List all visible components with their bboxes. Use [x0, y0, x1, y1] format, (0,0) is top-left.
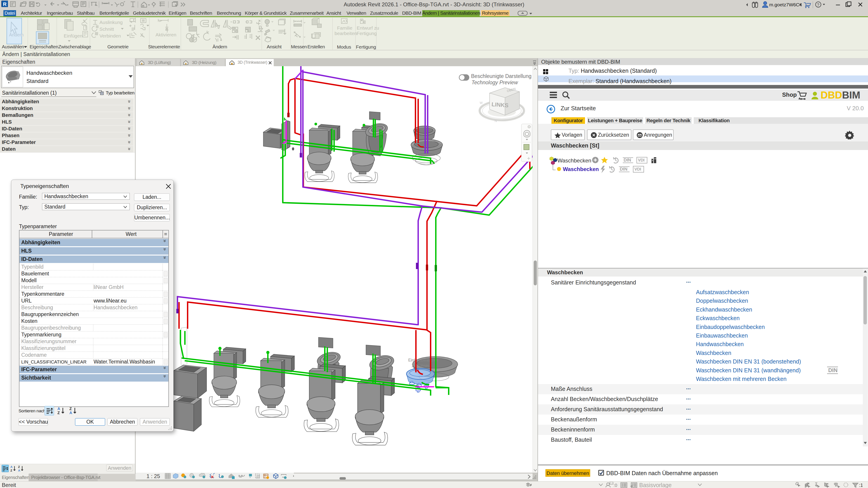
svg-text:Schnitt: Schnitt [99, 26, 114, 32]
svg-text:Geometrie: Geometrie [107, 44, 129, 49]
svg-text:m.goetz7W6C4: m.goetz7W6C4 [769, 2, 802, 7]
svg-text:Eigenschaften: Eigenschaften [30, 44, 58, 49]
svg-text:DIN: DIN [620, 166, 627, 171]
svg-text:VDI: VDI [634, 167, 641, 171]
svg-text:Erstellen: Erstellen [307, 44, 325, 49]
svg-text:Z: Z [69, 407, 72, 411]
svg-text:Aktivieren: Aktivieren [156, 32, 176, 37]
svg-text:DIN: DIN [624, 158, 631, 162]
svg-text:Verbinden: Verbinden [99, 33, 121, 38]
svg-text:A: A [18, 469, 20, 472]
svg-text:Steuerelemente: Steuerelemente [148, 44, 180, 49]
svg-text:Ändern: Ändern [9, 32, 24, 37]
svg-text::0: :0 [614, 483, 617, 488]
svg-text:Einfügen: Einfügen [64, 33, 83, 38]
svg-text:A: A [69, 411, 72, 415]
svg-text:Z: Z [18, 465, 20, 468]
svg-text:DIN: DIN [828, 367, 837, 373]
svg-text:Auswählen: Auswählen [2, 44, 24, 49]
svg-text:W: W [480, 101, 483, 105]
svg-text:LINKS: LINKS [491, 101, 509, 108]
svg-text:VDI: VDI [638, 158, 645, 162]
svg-text:Z: Z [10, 469, 12, 472]
svg-text:Einhebelmischer: Einhebelmischer [408, 358, 438, 362]
svg-text::1: :1 [859, 482, 863, 488]
svg-text:?: ? [817, 2, 819, 7]
svg-text:Zwischenablage: Zwischenablage [58, 44, 91, 49]
svg-text:Z: Z [57, 411, 60, 415]
svg-text:Ändern: Ändern [213, 44, 227, 49]
svg-text:S: S [521, 112, 523, 116]
svg-text:A: A [10, 465, 13, 468]
svg-text:12.0 l/min: 12.0 l/min [411, 363, 429, 368]
svg-text:A: A [57, 407, 60, 411]
svg-text:Auslinkung: Auslinkung [99, 20, 123, 25]
svg-text:Messen: Messen [291, 44, 307, 49]
svg-text:N: N [495, 119, 497, 123]
svg-text:Ansicht: Ansicht [267, 44, 282, 49]
